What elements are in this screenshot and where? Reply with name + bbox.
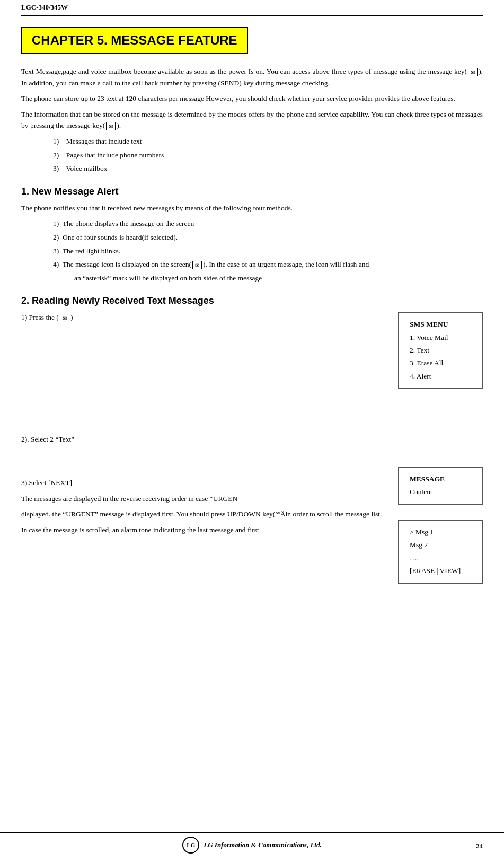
intro-para1: Text Message,page and voice mailbox beco… bbox=[21, 66, 483, 89]
logo-circle: LG bbox=[182, 837, 199, 854]
message-box-title: MESSAGE bbox=[410, 473, 471, 486]
message-key-icon2: ✉ bbox=[106, 122, 116, 130]
sms-menu-title: SMS MENU bbox=[410, 318, 471, 331]
section2-content: 1) Press the (✉) SMS MENU 1. Voice Mail … bbox=[21, 312, 483, 573]
page-footer: LG LG Information & Communications, Ltd.… bbox=[0, 832, 504, 857]
sms-menu-item-3: 3. Erase All bbox=[410, 357, 471, 370]
select-text-line: 2). Select 2 “Text” bbox=[21, 434, 483, 445]
section1-para1: The phone notifies you that it received … bbox=[21, 203, 483, 214]
intro-para2: The phone can store up to 23 text at 120… bbox=[21, 93, 483, 104]
header-title: LGC-340/345W bbox=[21, 3, 68, 12]
intro-list-item-3: 3) Voice mailbox bbox=[53, 163, 483, 174]
press-key-icon: ✉ bbox=[60, 314, 69, 322]
chapter-title: CHAPTER 5. MESSAGE FEATURE bbox=[32, 33, 237, 48]
msg-list-item-2: Msg 2 bbox=[410, 539, 471, 551]
company-name: LG Information & Communications, Ltd. bbox=[204, 841, 322, 849]
msg-list-box: > Msg 1 Msg 2 …. [ERASE | VIEW] bbox=[398, 520, 483, 584]
intro-para3: The information that can be stored on th… bbox=[21, 109, 483, 131]
urgent-para2: displayed. the “URGENT” message is displ… bbox=[21, 508, 483, 520]
section1-heading: 1. New Message Alert bbox=[21, 186, 483, 197]
chapter-title-box: CHAPTER 5. MESSAGE FEATURE bbox=[21, 27, 248, 54]
message-key-icon: ✉ bbox=[468, 68, 478, 76]
sms-menu-item-1: 1. Voice Mail bbox=[410, 331, 471, 344]
msg-list-item-1: > Msg 1 bbox=[410, 526, 471, 539]
company-logo: LG LG Information & Communications, Ltd. bbox=[182, 837, 322, 854]
page-header: LGC-340/345W bbox=[21, 0, 483, 16]
section1-list-item-4: 4) The message icon is displayed on the … bbox=[53, 259, 483, 270]
msg-list-item-4: [ERASE | VIEW] bbox=[410, 565, 471, 577]
intro-list-item-2: 2) Pages that include phone numbers bbox=[53, 149, 483, 161]
intro-list-item-1: 1) Messages that include text bbox=[53, 136, 483, 147]
message-screen-icon: ✉ bbox=[192, 261, 202, 269]
section1-list-item-4b: an “asterisk” mark will be displayed on … bbox=[74, 272, 483, 284]
sms-menu-item-2: 2. Text bbox=[410, 344, 471, 357]
section1-list-item-3: 3) The red light blinks. bbox=[53, 245, 483, 257]
message-box-subtitle: Content bbox=[410, 486, 471, 498]
section2-heading: 2. Reading Newly Received Text Messages bbox=[21, 295, 483, 306]
press-area: 1) Press the (✉) SMS MENU 1. Voice Mail … bbox=[21, 312, 483, 428]
message-content-box: MESSAGE Content bbox=[398, 467, 483, 505]
sms-menu-item-4: 4. Alert bbox=[410, 370, 471, 383]
message-boxes-area: 3).Select [NEXT] The messages are displa… bbox=[21, 477, 483, 573]
page-number: 24 bbox=[476, 842, 483, 850]
msg-list-item-3: …. bbox=[410, 552, 471, 565]
sms-menu-box: SMS MENU 1. Voice Mail 2. Text 3. Erase … bbox=[398, 312, 483, 389]
section1-list-item-1: 1) The phone displays the message on the… bbox=[53, 218, 483, 230]
section1-list-item-2: 2) One of four sounds is heard(if select… bbox=[53, 232, 483, 243]
